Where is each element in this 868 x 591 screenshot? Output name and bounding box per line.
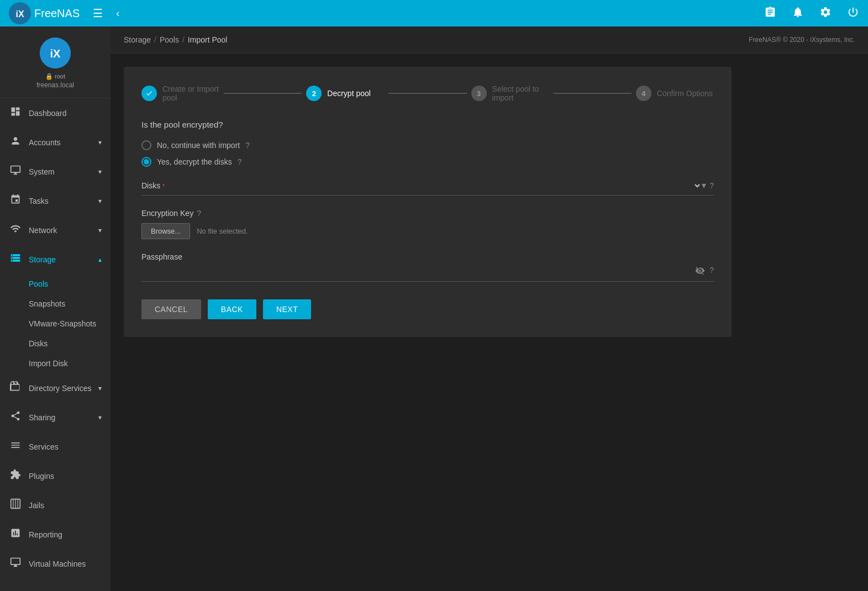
passphrase-section: Passphrase ? xyxy=(141,252,714,282)
svg-text:iX: iX xyxy=(50,48,61,60)
radio-yes-decrypt-help[interactable]: ? xyxy=(238,157,242,166)
button-row: CANCEL BACK NEXT xyxy=(141,299,714,319)
sidebar-item-jails[interactable]: Jails xyxy=(0,490,111,520)
topbar-right xyxy=(760,6,859,21)
sidebar-item-reporting[interactable]: Reporting xyxy=(0,520,111,549)
step-1-circle xyxy=(141,86,157,101)
directory-services-chevron: ▾ xyxy=(98,384,102,392)
back-icon[interactable]: ‹ xyxy=(116,8,119,19)
passphrase-icons: ? xyxy=(695,266,714,278)
plugins-label: Plugins xyxy=(29,472,54,481)
disks-input-area: ▾ ? xyxy=(169,180,714,191)
user-hostname: freenas.local xyxy=(36,81,74,89)
radio-yes-decrypt[interactable]: Yes, decrypt the disks ? xyxy=(141,157,714,167)
step-1-label: Create or Import pool xyxy=(162,85,219,102)
sidebar-item-storage[interactable]: Storage ▴ xyxy=(0,245,111,274)
no-file-text: No file selected. xyxy=(197,227,248,235)
pools-label: Pools xyxy=(29,279,48,288)
enc-key-help-icon[interactable]: ? xyxy=(197,209,201,218)
disks-select[interactable] xyxy=(169,181,702,191)
main-content: Storage / Pools / Import Pool FreeNAS® ©… xyxy=(111,27,868,591)
back-button[interactable]: BACK xyxy=(208,299,256,319)
sharing-label: Sharing xyxy=(29,413,55,422)
ix-copyright: FreeNAS® © 2020 - iXsystems, Inc. xyxy=(749,36,855,44)
radio-no-import[interactable]: No, continue with import ? xyxy=(141,140,714,150)
visibility-off-icon[interactable] xyxy=(695,266,705,278)
freenas-logo-icon: iX xyxy=(9,2,31,24)
bell-icon[interactable] xyxy=(792,6,804,21)
virtual-machines-label: Virtual Machines xyxy=(29,560,86,568)
disks-required: * xyxy=(162,183,165,189)
sharing-chevron: ▾ xyxy=(98,414,102,421)
sidebar-sub-snapshots[interactable]: Snapshots xyxy=(0,294,111,314)
menu-icon[interactable]: ☰ xyxy=(93,7,103,20)
sidebar-sub-pools[interactable]: Pools xyxy=(0,274,111,294)
passphrase-input[interactable] xyxy=(141,267,695,276)
step-3: 3 Select pool to import xyxy=(471,85,549,102)
jails-icon xyxy=(9,498,22,512)
sidebar-item-dashboard[interactable]: Dashboard xyxy=(0,98,111,128)
logo-text: FreeNAS xyxy=(34,7,80,20)
wizard-card: Create or Import pool 2 Decrypt pool 3 S… xyxy=(124,67,732,337)
accounts-chevron: ▾ xyxy=(98,139,102,146)
step-connector-1 xyxy=(224,93,302,94)
sidebar-item-accounts[interactable]: Accounts ▾ xyxy=(0,128,111,157)
sidebar-sub-disks[interactable]: Disks xyxy=(0,334,111,353)
breadcrumb-storage[interactable]: Storage xyxy=(124,35,151,44)
radio-yes-decrypt-circle[interactable] xyxy=(141,157,151,167)
logo-area: iX FreeNAS xyxy=(9,2,80,24)
disks-dropdown-icon[interactable]: ▾ xyxy=(702,180,706,191)
accounts-label: Accounts xyxy=(29,138,61,147)
accounts-icon xyxy=(9,135,22,149)
sidebar-sub-import-disk[interactable]: Import Disk xyxy=(0,353,111,373)
power-icon[interactable] xyxy=(847,6,859,21)
disks-field-row: Disks * ▾ ? xyxy=(141,180,714,196)
gear-icon[interactable] xyxy=(819,6,832,21)
breadcrumb: Storage / Pools / Import Pool xyxy=(124,35,227,44)
virtual-machines-icon xyxy=(9,557,22,571)
step-connector-2 xyxy=(388,93,466,94)
step-2-circle: 2 xyxy=(306,86,322,101)
services-icon xyxy=(9,440,22,453)
reporting-label: Reporting xyxy=(29,530,62,539)
cancel-button[interactable]: CANCEL xyxy=(141,299,201,319)
passphrase-input-row: ? xyxy=(141,266,714,282)
sidebar-item-network[interactable]: Network ▾ xyxy=(0,215,111,245)
radio-no-import-circle[interactable] xyxy=(141,140,151,150)
sidebar-sub-vmware-snapshots[interactable]: VMware-Snapshots xyxy=(0,314,111,334)
step-3-circle: 3 xyxy=(471,86,487,101)
sidebar-item-services[interactable]: Services xyxy=(0,432,111,461)
topbar-left: iX FreeNAS ☰ ‹ xyxy=(9,2,119,24)
content-area: Create or Import pool 2 Decrypt pool 3 S… xyxy=(111,54,868,350)
radio-no-import-help[interactable]: ? xyxy=(245,141,250,150)
browse-button[interactable]: Browse... xyxy=(141,223,190,239)
user-lock: 🔒 root xyxy=(45,73,65,80)
disks-label: Disks * xyxy=(141,181,165,190)
network-icon xyxy=(9,223,22,237)
next-button[interactable]: NEXT xyxy=(263,299,311,319)
user-section: iX 🔒 root freenas.local xyxy=(0,27,111,98)
radio-yes-decrypt-label: Yes, decrypt the disks xyxy=(157,157,232,166)
step-2-label: Decrypt pool xyxy=(327,89,371,98)
dashboard-icon xyxy=(9,106,22,120)
network-chevron: ▾ xyxy=(98,226,102,234)
breadcrumb-import-pool: Import Pool xyxy=(188,35,228,44)
breadcrumb-pools[interactable]: Pools xyxy=(160,35,179,44)
sidebar-item-virtual-machines[interactable]: Virtual Machines xyxy=(0,549,111,578)
sidebar-item-system[interactable]: System ▾ xyxy=(0,157,111,186)
browse-row: Browse... No file selected. xyxy=(141,223,714,239)
sidebar-item-plugins[interactable]: Plugins xyxy=(0,461,111,490)
breadcrumb-sep-2: / xyxy=(182,35,185,44)
passphrase-help-icon[interactable]: ? xyxy=(709,266,714,278)
sidebar-item-tasks[interactable]: Tasks ▾ xyxy=(0,186,111,215)
sidebar-item-directory-services[interactable]: Directory Services ▾ xyxy=(0,373,111,403)
step-4-label: Confirm Options xyxy=(657,89,713,98)
tasks-icon xyxy=(9,194,22,208)
sidebar-item-sharing[interactable]: Sharing ▾ xyxy=(0,403,111,432)
encryption-question: Is the pool encrypted? xyxy=(141,120,714,129)
disks-help-icon[interactable]: ? xyxy=(709,181,714,190)
storage-icon xyxy=(9,252,22,266)
breadcrumb-sep-1: / xyxy=(154,35,156,44)
clipboard-icon[interactable] xyxy=(764,6,776,21)
step-connector-3 xyxy=(554,93,632,94)
